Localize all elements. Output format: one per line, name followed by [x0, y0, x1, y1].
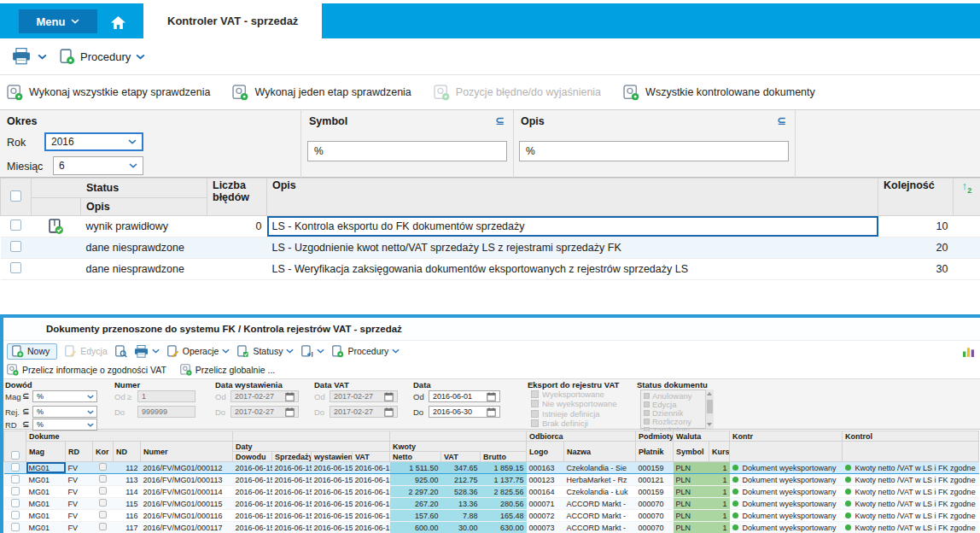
- document-row[interactable]: MG01 FV 116 2016/FV/MG01/000116 2016-06-…: [4, 510, 979, 522]
- group-header-waluta[interactable]: Waluta: [674, 431, 730, 442]
- data-do-input[interactable]: 2016-06-30: [429, 406, 500, 418]
- col-header-data-sprzedazy[interactable]: Sprzedaży: [272, 452, 312, 462]
- subset-operator-icon[interactable]: ⊆: [495, 114, 505, 127]
- mag-cell[interactable]: MG01: [26, 522, 66, 533]
- opis-cell[interactable]: LS - Kontrola eksportu do FK dokumentów …: [267, 216, 878, 237]
- document-row[interactable]: MG01 FV 114 2016/FV/MG01/000114 2016-06-…: [4, 486, 979, 498]
- tab-kontroler-vat[interactable]: Kontroler VAT - sprzedaż: [143, 3, 322, 38]
- miesiac-select[interactable]: 6: [53, 156, 143, 175]
- col-header-nd[interactable]: ND: [114, 442, 141, 462]
- print-button[interactable]: [12, 48, 31, 65]
- col-header-status-opis[interactable]: Opis: [81, 198, 207, 216]
- row-select-cell[interactable]: [4, 498, 26, 510]
- row-select-cell[interactable]: [4, 522, 26, 533]
- col-header-opis[interactable]: Opis: [267, 179, 878, 216]
- home-button[interactable]: [111, 15, 130, 28]
- listbox-scrollbar[interactable]: [705, 390, 714, 429]
- mag-cell[interactable]: MG01: [26, 462, 66, 474]
- col-header-liczba-bledow[interactable]: Liczba błędów: [207, 179, 267, 216]
- opis-cell[interactable]: LS - Weryfikacja zaksięgowania dokumentó…: [267, 259, 878, 280]
- row-select-cell[interactable]: [1, 237, 32, 259]
- data-od-input[interactable]: 2016-06-01: [429, 390, 500, 402]
- document-row[interactable]: MG01 FV 112 2016/FV/MG01/000112 2016-06-…: [4, 462, 979, 474]
- col-header-rd[interactable]: RD: [66, 442, 93, 462]
- row-select-cell[interactable]: [4, 474, 26, 486]
- document-search-icon[interactable]: [114, 345, 127, 358]
- table-row[interactable]: dane niesprawdzone LS - Uzgodnienie kwot…: [1, 237, 980, 259]
- group-header-odbiorca[interactable]: Odbiorca: [527, 431, 636, 442]
- chevron-down-icon[interactable]: [38, 54, 47, 60]
- menu-button[interactable]: Menu: [19, 9, 97, 33]
- col-header-platnik[interactable]: Płatnik: [636, 442, 674, 462]
- transfer-menu-button[interactable]: [300, 345, 324, 358]
- document-row[interactable]: MG01 FV 113 2016/FV/MG01/000113 2016-06-…: [4, 474, 979, 486]
- table-row[interactable]: wynik prawidłowy 0 LS - Kontrola eksport…: [1, 216, 980, 237]
- calendar-icon[interactable]: [487, 392, 496, 401]
- mag-cell[interactable]: MG01: [26, 510, 66, 522]
- row-select-cell[interactable]: [4, 510, 26, 522]
- document-row[interactable]: MG01 FV 115 2016/FV/MG01/000115 2016-06-…: [4, 498, 979, 510]
- row-select-cell[interactable]: [1, 216, 32, 237]
- row-checkbox[interactable]: [10, 241, 21, 252]
- group-header-kwoty[interactable]: Kwoty: [390, 442, 527, 452]
- col-header-brutto[interactable]: Brutto: [481, 452, 527, 462]
- mag-cell[interactable]: MG01: [26, 486, 66, 498]
- row-checkbox[interactable]: [11, 487, 20, 495]
- table-row[interactable]: dane niesprawdzone LS - Weryfikacja zaks…: [1, 259, 980, 280]
- run-one-step-button[interactable]: Wykonaj jeden etap sprawdzenia: [232, 85, 411, 101]
- col-header-nazwa[interactable]: Nazwa: [564, 442, 636, 462]
- rd-select[interactable]: %: [32, 419, 97, 430]
- przelicz-globalnie-button[interactable]: Przelicz globalnie ...: [180, 364, 275, 376]
- row-checkbox[interactable]: [11, 463, 20, 472]
- group-header-podmioty[interactable]: Podmioty: [636, 431, 674, 442]
- row-select-cell[interactable]: [4, 486, 26, 498]
- rok-select[interactable]: 2016: [44, 132, 143, 151]
- row-checkbox[interactable]: [11, 475, 20, 483]
- run-all-steps-button[interactable]: Wykonaj wszystkie etapy sprawdzenia: [7, 85, 210, 101]
- col-header-data-dowodu[interactable]: Dowodu: [233, 452, 272, 462]
- group-header-dokument[interactable]: Dokume: [26, 431, 233, 442]
- col-header-kurs[interactable]: Kurs: [709, 442, 730, 462]
- row-checkbox[interactable]: [10, 220, 21, 231]
- opis-cell[interactable]: LS - Uzgodnienie kwot netto/VAT sprzedaż…: [267, 237, 878, 259]
- operacje-menu-button[interactable]: Operacje: [166, 345, 230, 358]
- col-header-logo[interactable]: Logo: [527, 442, 564, 462]
- calendar-icon[interactable]: [487, 407, 496, 417]
- subset-operator-icon[interactable]: ⊆: [777, 114, 786, 127]
- col-header-symbol[interactable]: Symbol: [674, 442, 709, 462]
- group-header-kontrola-kwot[interactable]: Kontrol: [843, 431, 979, 442]
- col-header-kor[interactable]: Kor: [93, 442, 114, 462]
- col-header-data-vat[interactable]: VAT: [353, 452, 390, 462]
- row-select-cell[interactable]: [4, 462, 26, 474]
- row-checkbox[interactable]: [11, 523, 20, 531]
- sort-indicator-cell[interactable]: ↑2: [954, 179, 980, 216]
- select-all-checkbox[interactable]: [10, 190, 21, 202]
- col-header-netto[interactable]: Netto: [390, 452, 441, 462]
- rej-select[interactable]: %: [32, 406, 97, 418]
- opis-input[interactable]: %: [519, 141, 789, 161]
- print-button[interactable]: [134, 345, 160, 358]
- row-select-cell[interactable]: [1, 259, 32, 280]
- row-checkbox[interactable]: [11, 511, 20, 519]
- statusy-menu-button[interactable]: Statusy: [236, 345, 294, 358]
- col-header-numer[interactable]: Numer: [141, 442, 233, 462]
- all-controlled-documents-button[interactable]: Wszystkie kontrolowane dokumenty: [623, 85, 815, 101]
- nowy-button[interactable]: Nowy: [7, 343, 57, 360]
- mag-cell[interactable]: MG01: [26, 498, 66, 510]
- document-row[interactable]: MG01 FV 117 2016/FV/MG01/000117 2016-06-…: [4, 522, 979, 533]
- col-header-data-wystawienia[interactable]: wystawienia: [312, 452, 353, 462]
- select-all-checkbox[interactable]: [11, 451, 20, 460]
- row-checkbox[interactable]: [10, 262, 21, 273]
- procedury-menu-button[interactable]: Procedury: [331, 345, 400, 358]
- symbol-input[interactable]: %: [307, 141, 507, 161]
- group-header-daty[interactable]: Daty: [233, 442, 390, 452]
- row-checkbox[interactable]: [11, 499, 20, 507]
- mag-select[interactable]: %: [32, 390, 97, 402]
- col-header-kolejnosc[interactable]: Kolejność: [878, 179, 954, 216]
- col-header-mag[interactable]: Mag: [26, 442, 66, 462]
- procedury-menu-button[interactable]: Procedury: [59, 49, 145, 65]
- group-header-kontrola-eksportu[interactable]: Kontr: [730, 431, 843, 442]
- chart-button[interactable]: [962, 345, 975, 357]
- mag-cell[interactable]: MG01: [26, 474, 66, 486]
- przelicz-vat-button[interactable]: Przelicz informacje o zgodności VAT: [7, 364, 166, 376]
